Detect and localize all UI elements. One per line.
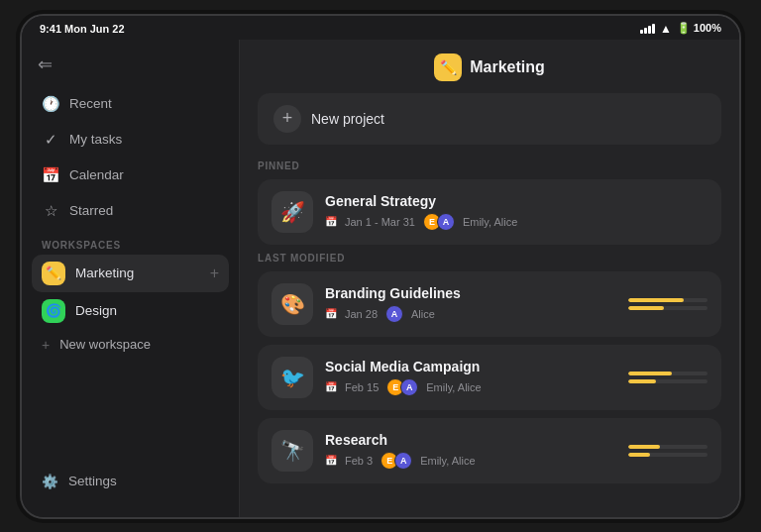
back-button-area[interactable]: ⇐ [22,50,239,87]
avatar-alice: A [400,378,418,396]
project-date: Jan 28 [345,308,378,320]
calendar-small-icon: 📅 [325,381,337,392]
project-meta: 📅 Jan 28 A Alice [325,305,616,323]
project-info-social: Social Media Campaign 📅 Feb 15 E A Emily… [325,359,616,396]
project-meta: 📅 Feb 3 E A Emily, Alice [325,452,616,470]
progress-bar-bottom [628,453,707,457]
main-header: ✏️ Marketing [240,40,739,93]
progress-bar-fill [628,306,664,310]
project-avatars: E A [423,213,455,231]
project-meta: 📅 Feb 15 E A Emily, Alice [325,378,616,396]
progress-bar-top [628,445,707,449]
project-name: General Strategy [325,193,707,209]
sidebar-nav: 🕐 Recent ✓ My tasks 📅 Calendar ☆ Starred [22,87,239,228]
project-card-general-strategy[interactable]: 🚀 General Strategy 📅 Jan 1 - Mar 31 E A … [258,179,721,245]
workspace-design[interactable]: 🌀 Design [32,292,229,330]
calendar-small-icon: 📅 [325,216,337,227]
sidebar: ⇐ 🕐 Recent ✓ My tasks 📅 Calendar ☆ [22,40,240,517]
assignee-names: Emily, Alice [463,216,517,228]
main-panel: ✏️ Marketing + New project PINNED 🚀 Gene… [240,40,739,517]
back-icon: ⇐ [38,53,53,75]
new-project-button[interactable]: + New project [258,93,721,145]
project-progress [628,445,707,457]
assignee-names: Emily, Alice [426,381,481,393]
project-meta: 📅 Jan 1 - Mar 31 E A Emily, Alice [325,213,707,231]
project-card-social-media[interactable]: 🐦 Social Media Campaign 📅 Feb 15 E A Emi… [258,345,721,410]
sidebar-footer: ⚙️ Settings [22,456,239,507]
sidebar-item-starred[interactable]: ☆ Starred [32,194,229,228]
project-date: Jan 1 - Mar 31 [345,216,415,228]
workspace-design-name: Design [75,303,219,318]
progress-bar-fill [628,379,656,383]
progress-bar-fill [628,445,660,449]
workspace-add-icon[interactable]: + [210,265,219,282]
settings-label: Settings [68,474,117,488]
back-button[interactable]: ⇐ [38,53,223,75]
progress-bar-top [628,298,707,302]
new-workspace-plus-icon: + [42,337,50,353]
workspace-marketing[interactable]: ✏️ Marketing + [32,255,229,292]
project-avatars: A [385,305,403,323]
avatar-alice: A [394,452,412,470]
workspace-marketing-icon: ✏️ [42,262,65,285]
workspaces-section-label: WORKSPACES [22,228,239,255]
progress-bar-fill [628,372,672,375]
project-name: Social Media Campaign [325,359,616,374]
project-info-general-strategy: General Strategy 📅 Jan 1 - Mar 31 E A Em… [325,193,707,231]
status-time: 9:41 Mon Jun 22 [40,23,125,35]
calendar-icon: 📅 [42,166,59,184]
app-body: ⇐ 🕐 Recent ✓ My tasks 📅 Calendar ☆ [22,40,739,517]
sidebar-item-recent[interactable]: 🕐 Recent [32,87,229,121]
project-name: Branding Guidelines [325,285,616,301]
new-project-plus-icon: + [273,105,301,133]
main-content: + New project PINNED 🚀 General Strategy … [240,93,739,517]
progress-bar-bottom [628,306,707,310]
project-date: Feb 15 [345,381,379,393]
assignee-names: Emily, Alice [420,455,475,467]
project-date: Feb 3 [345,455,373,467]
signal-icon [640,24,655,34]
main-title: Marketing [470,58,545,76]
project-card-research[interactable]: 🔭 Research 📅 Feb 3 E A Emily, Alice [258,418,721,483]
last-modified-section-label: LAST MODIFIED [258,253,721,264]
pinned-section-label: PINNED [258,160,721,171]
tasks-icon: ✓ [42,131,59,149]
settings-icon: ⚙️ [42,474,58,489]
calendar-small-icon: 📅 [325,308,337,319]
progress-bar-fill [628,298,684,302]
project-icon-general-strategy: 🚀 [272,191,313,233]
progress-bar-fill [628,453,650,457]
avatar-alice: A [385,305,403,323]
assignee-names: Alice [411,308,435,320]
project-icon-branding: 🎨 [272,283,313,325]
project-icon-social: 🐦 [272,357,313,398]
sidebar-item-label: Starred [69,203,113,218]
new-workspace-button[interactable]: + New workspace [22,330,239,360]
project-progress [628,372,707,383]
wifi-icon: ▲ [660,22,672,36]
sidebar-item-calendar[interactable]: 📅 Calendar [32,159,229,192]
sidebar-item-label: My tasks [69,132,122,147]
calendar-small-icon: 📅 [325,455,337,466]
new-project-label: New project [311,111,384,127]
star-icon: ☆ [42,202,59,220]
main-workspace-icon: ✏️ [434,53,462,81]
workspace-marketing-name: Marketing [75,266,200,280]
avatar-alice: A [437,213,455,231]
sidebar-item-label: Calendar [69,167,124,182]
project-card-branding-guidelines[interactable]: 🎨 Branding Guidelines 📅 Jan 28 A Alice [258,271,721,337]
project-avatars: E A [386,378,418,396]
sidebar-item-my-tasks[interactable]: ✓ My tasks [32,123,229,157]
workspace-design-icon: 🌀 [42,299,65,323]
project-name: Research [325,432,616,448]
battery-icon: 🔋 100% [677,22,721,35]
recent-icon: 🕐 [42,95,59,113]
project-progress [628,298,707,310]
project-info-branding: Branding Guidelines 📅 Jan 28 A Alice [325,285,616,323]
project-icon-research: 🔭 [272,430,313,472]
settings-button[interactable]: ⚙️ Settings [32,466,229,497]
project-info-research: Research 📅 Feb 3 E A Emily, Alice [325,432,616,470]
project-avatars: E A [380,452,412,470]
progress-bar-top [628,372,707,375]
sidebar-item-label: Recent [69,96,112,111]
